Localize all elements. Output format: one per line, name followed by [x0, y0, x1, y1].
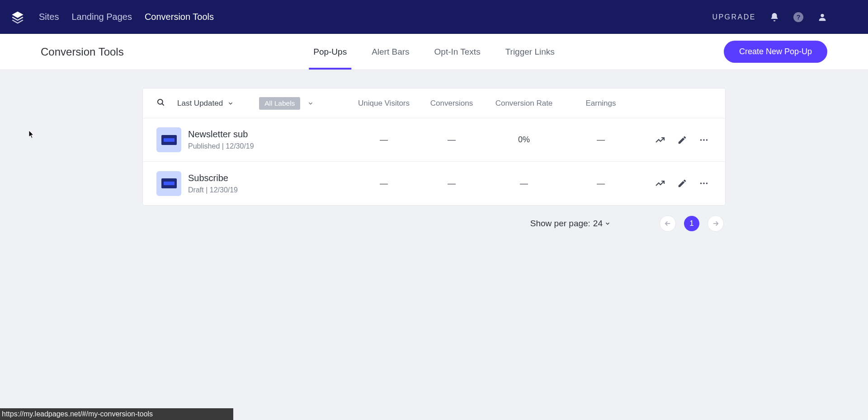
tabs: Pop-Ups Alert Bars Opt-In Texts Trigger …: [313, 34, 555, 70]
row-title-wrap: Newsletter sub Published | 12/30/19: [188, 129, 345, 150]
tab-opt-in-texts[interactable]: Opt-In Texts: [434, 34, 481, 70]
svg-text:?: ?: [796, 13, 800, 21]
search-icon[interactable]: [156, 98, 165, 109]
svg-point-8: [700, 182, 702, 184]
row-conversion-rate: —: [481, 179, 567, 188]
chevron-down-icon: [227, 100, 234, 107]
logo-icon[interactable]: [9, 9, 26, 26]
tab-alert-bars[interactable]: Alert Bars: [372, 34, 409, 70]
svg-line-4: [162, 103, 164, 105]
nav-sites[interactable]: Sites: [39, 12, 59, 22]
popup-status-line: Published | 12/30/19: [188, 142, 345, 150]
content-area: Last Updated All Labels Unique Visitors …: [0, 70, 868, 205]
popup-title[interactable]: Newsletter sub: [188, 129, 345, 140]
chevron-down-icon: [307, 100, 314, 107]
top-nav-left: Sites Landing Pages Conversion Tools: [9, 9, 214, 26]
tab-trigger-links[interactable]: Trigger Links: [505, 34, 555, 70]
next-page-button[interactable]: [708, 215, 724, 232]
labels-dropdown[interactable]: All Labels: [245, 97, 314, 110]
row-unique-visitors: —: [345, 179, 422, 188]
sub-header: Conversion Tools Pop-Ups Alert Bars Opt-…: [0, 34, 868, 70]
top-nav: Sites Landing Pages Conversion Tools UPG…: [0, 0, 868, 34]
col-conversions: Conversions: [422, 99, 481, 108]
svg-point-2: [821, 14, 824, 17]
row-actions: [635, 178, 712, 189]
row-title-wrap: Subscribe Draft | 12/30/19: [188, 173, 345, 194]
popup-date: 12/30/19: [226, 142, 254, 150]
help-icon[interactable]: ?: [793, 12, 804, 23]
column-headers: Unique Visitors Conversions Conversion R…: [345, 99, 712, 108]
col-earnings: Earnings: [567, 99, 635, 108]
svg-point-3: [158, 99, 163, 104]
per-page-dropdown[interactable]: 24: [593, 219, 611, 229]
popup-thumbnail[interactable]: [156, 127, 181, 152]
user-icon[interactable]: [817, 12, 827, 22]
nav-conversion-tools[interactable]: Conversion Tools: [145, 12, 214, 22]
svg-point-5: [700, 139, 702, 141]
top-nav-right: UPGRADE ?: [712, 12, 827, 23]
bell-icon[interactable]: [769, 12, 779, 23]
chevron-down-icon: [604, 220, 611, 227]
popups-card: Last Updated All Labels Unique Visitors …: [142, 88, 726, 205]
sort-dropdown[interactable]: Last Updated: [177, 99, 234, 108]
more-icon[interactable]: [699, 178, 709, 188]
popup-status-line: Draft | 12/30/19: [188, 186, 345, 194]
row-actions: [635, 135, 712, 145]
per-page-label: Show per page:: [530, 219, 590, 229]
prev-page-button[interactable]: [660, 215, 676, 232]
popup-title[interactable]: Subscribe: [188, 173, 345, 183]
tab-pop-ups[interactable]: Pop-Ups: [313, 34, 347, 70]
page-number-current[interactable]: 1: [684, 216, 699, 231]
row-conversions: —: [422, 179, 481, 188]
page-title: Conversion Tools: [41, 46, 124, 58]
more-icon[interactable]: [699, 135, 709, 145]
upgrade-link[interactable]: UPGRADE: [712, 13, 756, 21]
card-toolbar: Last Updated All Labels Unique Visitors …: [143, 89, 725, 118]
row-unique-visitors: —: [345, 135, 422, 145]
row-conversion-rate: 0%: [481, 135, 567, 145]
popup-status: Published: [188, 142, 220, 150]
svg-point-10: [706, 182, 708, 184]
trending-up-icon[interactable]: [655, 178, 665, 189]
popup-status: Draft: [188, 186, 204, 194]
per-page-value: 24: [593, 219, 603, 229]
sort-label: Last Updated: [177, 99, 223, 108]
edit-icon[interactable]: [677, 178, 687, 188]
popup-date: 12/30/19: [210, 186, 238, 194]
pagination: Show per page: 24 1: [142, 215, 726, 232]
popup-thumbnail[interactable]: [156, 171, 181, 196]
col-conversion-rate: Conversion Rate: [481, 99, 567, 108]
per-page: Show per page: 24: [530, 219, 611, 229]
browser-status-bar: https://my.leadpages.net/#/my-conversion…: [0, 408, 233, 420]
row-conversions: —: [422, 135, 481, 145]
trending-up-icon[interactable]: [655, 135, 665, 145]
col-unique-visitors: Unique Visitors: [345, 99, 422, 108]
row-earnings: —: [567, 179, 635, 188]
table-row: Newsletter sub Published | 12/30/19 — — …: [143, 118, 725, 162]
table-row: Subscribe Draft | 12/30/19 — — — —: [143, 162, 725, 205]
edit-icon[interactable]: [677, 135, 687, 145]
row-earnings: —: [567, 135, 635, 145]
create-new-pop-up-button[interactable]: Create New Pop-Up: [724, 41, 827, 63]
labels-chip: All Labels: [259, 97, 300, 110]
svg-point-9: [703, 182, 705, 184]
svg-point-6: [703, 139, 705, 141]
svg-point-7: [706, 139, 708, 141]
nav-landing-pages[interactable]: Landing Pages: [71, 12, 132, 22]
